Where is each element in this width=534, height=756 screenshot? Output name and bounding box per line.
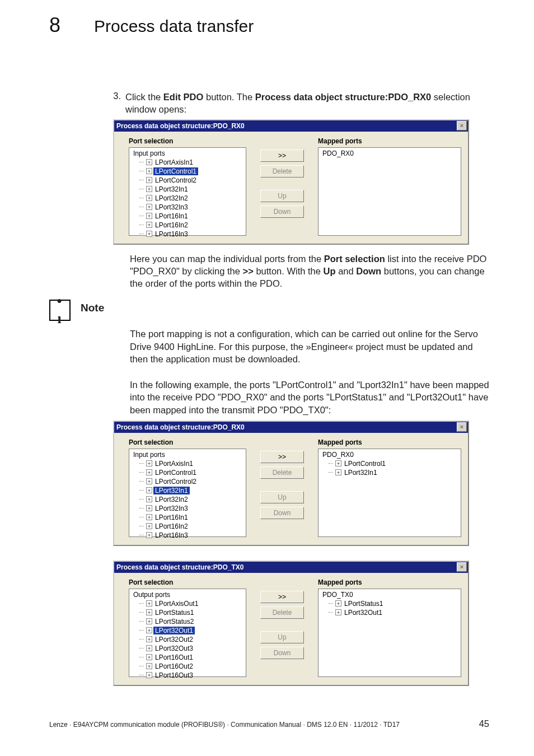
add-button[interactable]: >>: [260, 150, 304, 162]
expand-icon[interactable]: +: [146, 204, 152, 210]
tree-item-label[interactable]: LPortControl2: [153, 478, 198, 486]
expand-icon[interactable]: +: [146, 514, 152, 520]
tree-item-label[interactable]: LPortAxisIn1: [153, 460, 195, 468]
tree-root[interactable]: Output ports: [132, 591, 172, 599]
tree-item-label[interactable]: LPort16In1: [153, 514, 190, 521]
tree-item-label[interactable]: LPort32In1: [153, 185, 190, 193]
expand-icon[interactable]: +: [335, 469, 341, 475]
expand-icon[interactable]: +: [146, 177, 152, 183]
mapped-item-label[interactable]: LPortStatus1: [343, 600, 385, 608]
tree-item-label[interactable]: LPort16In3: [153, 230, 190, 238]
tree-item[interactable]: +LPort32Out2: [129, 635, 246, 644]
expand-icon[interactable]: +: [146, 496, 152, 502]
expand-icon[interactable]: +: [146, 487, 152, 493]
port-selection-list[interactable]: Input ports+LPortAxisIn1+LPortControl1+L…: [129, 147, 246, 236]
tree-item-label[interactable]: LPort16In3: [153, 531, 190, 539]
port-selection-list[interactable]: Output ports+LPortAxisOut1+LPortStatus1+…: [129, 589, 246, 677]
tree-root[interactable]: Input ports: [132, 150, 167, 157]
mapped-root[interactable]: PDO_TX0: [321, 591, 355, 599]
tree-item[interactable]: +LPort32In1: [129, 486, 246, 495]
expand-icon[interactable]: +: [146, 168, 152, 174]
expand-icon[interactable]: +: [146, 159, 152, 165]
tree-item[interactable]: +LPort16Out1: [129, 653, 246, 662]
tree-item-label[interactable]: LPort16Out2: [153, 662, 195, 670]
tree-item[interactable]: +LPort16In3: [129, 230, 246, 239]
tree-item[interactable]: +LPortAxisIn1: [129, 459, 246, 468]
tree-item-label[interactable]: LPortAxisOut1: [153, 600, 200, 608]
mapped-item-label[interactable]: LPort32In1: [343, 469, 379, 477]
tree-item[interactable]: +LPort32Out1: [129, 626, 246, 635]
expand-icon[interactable]: +: [146, 645, 152, 651]
mapped-root[interactable]: PDO_RX0: [321, 150, 355, 157]
mapped-item[interactable]: +LPortControl1: [318, 459, 461, 468]
expand-icon[interactable]: +: [335, 609, 341, 615]
expand-icon[interactable]: +: [146, 222, 152, 228]
tree-item[interactable]: +LPort16In1: [129, 513, 246, 522]
tree-root[interactable]: Input ports: [132, 451, 167, 459]
tree-item-label[interactable]: LPort16Out1: [153, 654, 195, 661]
expand-icon[interactable]: +: [146, 213, 152, 219]
close-icon[interactable]: ×: [457, 121, 467, 130]
expand-icon[interactable]: +: [146, 654, 152, 660]
tree-item-label[interactable]: LPort32In3: [153, 203, 190, 211]
mapped-item[interactable]: +LPort32In1: [318, 468, 461, 477]
tree-item-label[interactable]: LPortControl1: [153, 469, 198, 477]
mapped-item-label[interactable]: LPort32Out1: [343, 609, 384, 617]
expand-icon[interactable]: +: [146, 532, 152, 538]
tree-item[interactable]: +LPortControl2: [129, 477, 246, 486]
tree-item[interactable]: +LPort16In3: [129, 531, 246, 540]
expand-icon[interactable]: +: [146, 636, 152, 642]
expand-icon[interactable]: +: [335, 460, 341, 466]
tree-item[interactable]: +LPort16Out2: [129, 662, 246, 671]
expand-icon[interactable]: +: [146, 186, 152, 192]
tree-item-label[interactable]: LPort32Out3: [153, 645, 195, 652]
expand-icon[interactable]: +: [146, 523, 152, 529]
tree-item[interactable]: +LPortControl1: [129, 167, 246, 176]
mapped-root[interactable]: PDO_RX0: [321, 451, 355, 459]
tree-item[interactable]: +LPort32In3: [129, 203, 246, 212]
tree-item-label[interactable]: LPort32In3: [153, 505, 190, 512]
tree-item[interactable]: +LPort32Out3: [129, 644, 246, 653]
tree-item[interactable]: +LPort32In2: [129, 495, 246, 504]
tree-item-label[interactable]: LPort32In1: [153, 487, 190, 494]
tree-item-label[interactable]: LPort32In2: [153, 194, 190, 202]
tree-item[interactable]: +LPortAxisIn1: [129, 158, 246, 167]
expand-icon[interactable]: +: [335, 600, 341, 606]
tree-item-label[interactable]: LPortStatus1: [153, 609, 195, 617]
tree-item[interactable]: +LPortControl2: [129, 176, 246, 185]
expand-icon[interactable]: +: [146, 460, 152, 466]
expand-icon[interactable]: +: [146, 195, 152, 201]
port-selection-list[interactable]: Input ports+LPortAxisIn1+LPortControl1+L…: [129, 449, 246, 537]
tree-item[interactable]: +LPort16In1: [129, 212, 246, 221]
add-button[interactable]: >>: [260, 451, 304, 463]
expand-icon[interactable]: +: [146, 618, 152, 624]
expand-icon[interactable]: +: [146, 672, 152, 678]
tree-item[interactable]: +LPortControl1: [129, 468, 246, 477]
tree-item-label[interactable]: LPort32Out1: [153, 627, 195, 634]
mapped-item-label[interactable]: LPortControl1: [343, 460, 387, 468]
tree-item-label[interactable]: LPort32In2: [153, 496, 190, 503]
mapped-item[interactable]: +LPort32Out1: [318, 608, 461, 617]
tree-item-label[interactable]: LPort32Out2: [153, 636, 195, 643]
tree-item[interactable]: +LPort32In3: [129, 504, 246, 513]
tree-item[interactable]: +LPort16In2: [129, 522, 246, 531]
tree-item-label[interactable]: LPort16In1: [153, 212, 190, 220]
tree-item-label[interactable]: LPort16In2: [153, 522, 190, 530]
tree-item[interactable]: +LPortStatus2: [129, 617, 246, 626]
close-icon[interactable]: ×: [457, 422, 467, 432]
tree-item[interactable]: +LPortAxisOut1: [129, 599, 246, 608]
expand-icon[interactable]: +: [146, 663, 152, 669]
expand-icon[interactable]: +: [146, 609, 152, 615]
tree-item[interactable]: +LPortStatus1: [129, 608, 246, 617]
tree-item[interactable]: +LPort16Out3: [129, 671, 246, 680]
tree-item-label[interactable]: LPortStatus2: [153, 618, 195, 626]
expand-icon[interactable]: +: [146, 600, 152, 606]
mapped-ports-list[interactable]: PDO_TX0+LPortStatus1+LPort32Out1: [318, 589, 461, 677]
tree-item[interactable]: +LPort16In2: [129, 221, 246, 230]
expand-icon[interactable]: +: [146, 478, 152, 484]
tree-item-label[interactable]: LPort16Out3: [153, 671, 195, 679]
tree-item-label[interactable]: LPortControl1: [153, 167, 198, 175]
tree-item-label[interactable]: LPort16In2: [153, 221, 190, 229]
expand-icon[interactable]: +: [146, 627, 152, 633]
expand-icon[interactable]: +: [146, 469, 152, 475]
